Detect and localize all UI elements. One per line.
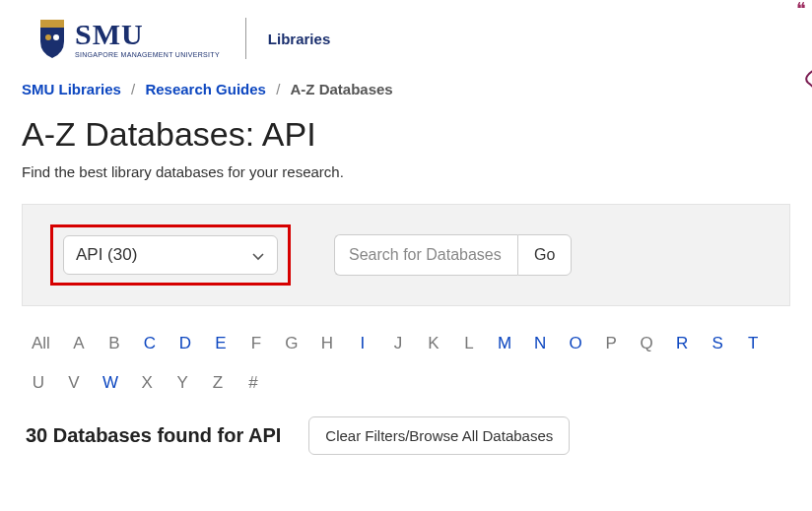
header-divider [245,18,246,59]
search-group: Go [334,234,572,276]
breadcrumb-research-guides[interactable]: Research Guides [145,81,266,97]
alpha-item-f: F [249,334,263,353]
alpha-item-u: U [32,373,45,393]
alpha-item-y: Y [175,373,189,393]
alpha-item-a: A [72,334,86,353]
shield-icon [37,18,67,59]
libraries-label[interactable]: Libraries [268,31,330,47]
breadcrumb-current: A-Z Databases [290,81,392,97]
alpha-item-r[interactable]: R [675,334,689,353]
page-subtitle: Find the best library databases for your… [22,163,790,180]
alpha-item-k: K [427,334,440,353]
alpha-item-v: V [67,373,81,393]
alpha-item-j: J [391,334,405,353]
alpha-item-i[interactable]: I [356,334,370,353]
alpha-item-z: Z [211,373,225,393]
logo-main-text: SMU [75,20,220,49]
breadcrumb: SMU Libraries / Research Guides / A-Z Da… [22,77,790,107]
category-select-value: API (30) [76,245,137,265]
alpha-item-all: All [32,334,50,353]
logo-sub-text: SINGAPORE MANAGEMENT UNIVERSITY [75,51,220,58]
filter-bar: API (30) Go [22,204,790,306]
alpha-item-p: P [604,334,618,353]
chevron-down-icon [251,248,265,262]
results-row: 30 Databases found for API Clear Filters… [22,416,790,455]
alpha-item-d[interactable]: D [178,334,192,353]
alpha-item-s[interactable]: S [710,334,724,353]
page-title: A-Z Databases: API [22,115,790,154]
alpha-item-o[interactable]: O [569,334,582,353]
alpha-item-c[interactable]: C [143,334,157,353]
alpha-item-n[interactable]: N [533,334,547,353]
clear-filters-button[interactable]: Clear Filters/Browse All Databases [308,416,570,455]
decorative-swirl-icon [798,67,812,98]
search-go-button[interactable]: Go [517,234,572,276]
alpha-item-l: L [462,334,476,353]
alpha-item-q: Q [640,334,653,353]
site-header: SMU SINGAPORE MANAGEMENT UNIVERSITY Libr… [22,12,790,77]
database-search-input[interactable] [334,234,517,276]
breadcrumb-sep: / [276,81,280,97]
alpha-filter: AllABCDEFGHIJKLMNOPQRSTUVWXYZ# [22,334,790,416]
category-select[interactable]: API (30) [63,235,278,275]
alpha-item-m[interactable]: M [498,334,511,353]
alpha-item-g: G [285,334,299,353]
svg-point-0 [45,34,51,40]
alpha-item-#: # [246,373,260,393]
alpha-item-e[interactable]: E [214,334,228,353]
alpha-item-h: H [320,334,334,353]
alpha-item-w[interactable]: W [102,373,118,393]
alpha-item-t[interactable]: T [746,334,760,353]
breadcrumb-smu-libraries[interactable]: SMU Libraries [22,81,121,97]
smu-logo[interactable]: SMU SINGAPORE MANAGEMENT UNIVERSITY [37,18,220,59]
svg-point-1 [53,34,59,40]
alpha-item-b: B [107,334,121,353]
breadcrumb-sep: / [131,81,135,97]
filter-select-highlight: API (30) [50,224,291,286]
decorative-mark-icon: ❝ [796,0,806,20]
results-count: 30 Databases found for API [26,424,281,447]
alpha-item-x: X [140,373,154,393]
